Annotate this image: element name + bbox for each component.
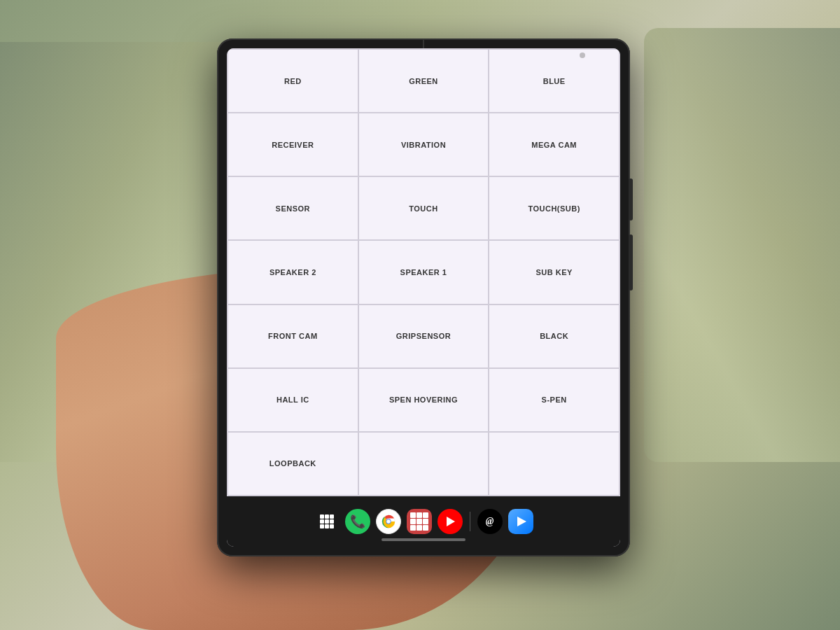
cell-sub-key[interactable]: SUB KEY [489,240,620,304]
cell-empty-3-7 [489,432,620,496]
phone-frame: RED GREEN BLUE RECEIVER VIBRATION MEGA C… [217,38,630,556]
cell-green[interactable]: GREEN [358,49,489,113]
phone-icon: 📞 [350,514,365,529]
cell-spen-hovering[interactable]: SPEN HOVERING [358,368,489,432]
cell-empty-2-7 [358,432,489,496]
apps-button[interactable] [314,509,340,534]
phone-screen: RED GREEN BLUE RECEIVER VIBRATION MEGA C… [227,48,620,547]
camera-dot [580,52,585,58]
cell-gripsensor[interactable]: GRIPSENSOR [358,304,489,368]
side-button-power[interactable] [629,178,633,220]
chrome-icon [381,514,396,529]
cell-sensor[interactable]: SENSOR [227,176,358,240]
samsung-icon [410,512,428,531]
cell-touch-sub[interactable]: TOUCH(SUB) [489,176,620,240]
cell-front-cam[interactable]: FRONT CAM [227,304,358,368]
cell-hall-ic[interactable]: HALL IC [227,368,358,432]
cell-black[interactable]: BLACK [489,304,620,368]
diagnostic-grid: RED GREEN BLUE RECEIVER VIBRATION MEGA C… [227,48,620,496]
threads-icon: @ [486,516,494,527]
cell-s-pen[interactable]: S-PEN [489,368,620,432]
cell-receiver[interactable]: RECEIVER [227,113,358,176]
play-store-icon [515,517,526,526]
samsung-ui-button[interactable] [407,509,432,534]
cell-mega-cam[interactable]: MEGA CAM [489,113,620,176]
cell-loopback[interactable]: LOOPBACK [227,432,358,496]
cell-touch[interactable]: TOUCH [358,176,489,240]
navigation-bar: 📞 [227,496,620,547]
bg-painting-right [644,28,840,462]
cell-vibration[interactable]: VIBRATION [358,113,489,176]
svg-point-2 [386,519,391,524]
phone-button[interactable]: 📞 [345,509,370,534]
cell-blue[interactable]: BLUE [489,49,620,113]
cell-speaker-1[interactable]: SPEAKER 1 [358,240,489,304]
nav-divider [470,512,470,531]
side-button-volume[interactable] [629,234,633,290]
youtube-play-icon [447,517,455,526]
cell-speaker-2[interactable]: SPEAKER 2 [227,240,358,304]
cell-red[interactable]: RED [227,49,358,113]
youtube-button[interactable] [438,509,463,534]
apps-grid-icon [320,514,334,528]
chrome-button[interactable] [376,509,401,534]
threads-button[interactable]: @ [477,509,503,534]
play-store-button[interactable] [508,509,533,534]
nav-pill [382,538,465,541]
